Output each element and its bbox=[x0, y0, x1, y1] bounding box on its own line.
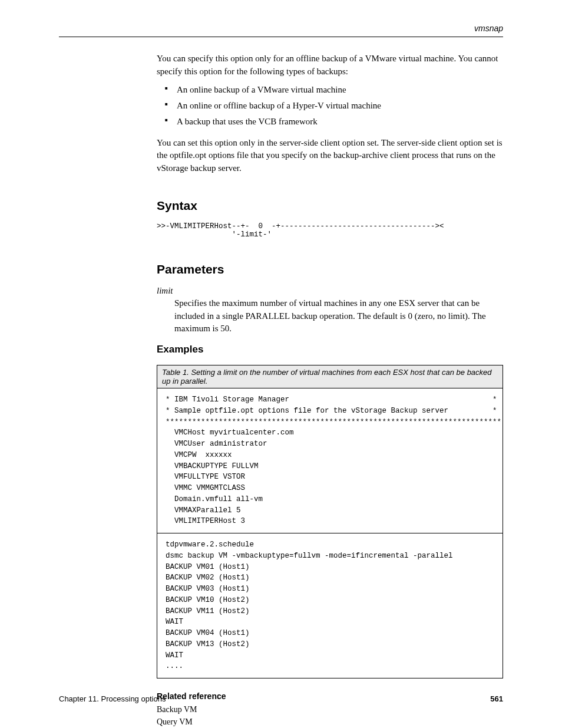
parameters-heading: Parameters bbox=[157, 262, 503, 276]
footer-page-number: 561 bbox=[490, 694, 503, 703]
intro-paragraph: You can specify this option only for an … bbox=[157, 52, 503, 78]
param-description: Specifies the maximum number of virtual … bbox=[174, 297, 503, 335]
syntax-heading: Syntax bbox=[157, 199, 503, 213]
list-item: A backup that uses the VCB framework bbox=[157, 114, 503, 130]
page: vmsnap You can specify this option only … bbox=[0, 0, 562, 728]
page-footer: Chapter 11. Processing options 561 Tivol… bbox=[59, 694, 503, 703]
related-links: Backup VM Query VM Restore VM Domain.vmf… bbox=[157, 703, 503, 728]
related-link[interactable]: Query VM bbox=[157, 716, 503, 728]
param-name: limit bbox=[157, 286, 503, 296]
syntax-diagram: >>-VMLIMITPERHost--+- 0 -+--------------… bbox=[157, 222, 503, 239]
notes-paragraph: You can set this option only in the serv… bbox=[157, 137, 503, 175]
list-item: An online backup of a VMware virtual mac… bbox=[157, 82, 503, 98]
examples-heading: Examples bbox=[157, 344, 503, 355]
list-item: An online or offline backup of a Hyper-V… bbox=[157, 98, 503, 114]
example-block-2: tdpvmware.2.schedule dsmc backup VM -vmb… bbox=[157, 533, 503, 678]
content-column: You can specify this option only for an … bbox=[157, 52, 503, 728]
footer-left: Chapter 11. Processing options bbox=[59, 694, 166, 703]
example-table-title: Table 1. Setting a limit on the number o… bbox=[157, 365, 503, 388]
running-head: vmsnap bbox=[59, 24, 503, 37]
example-block-1: * IBM Tivoli Storage Manager * * Sample … bbox=[157, 388, 503, 533]
header-rule bbox=[59, 37, 503, 37]
example-table: Table 1. Setting a limit on the number o… bbox=[157, 365, 503, 678]
related-link[interactable]: Backup VM bbox=[157, 703, 503, 716]
exclusion-list: An online backup of a VMware virtual mac… bbox=[157, 82, 503, 130]
